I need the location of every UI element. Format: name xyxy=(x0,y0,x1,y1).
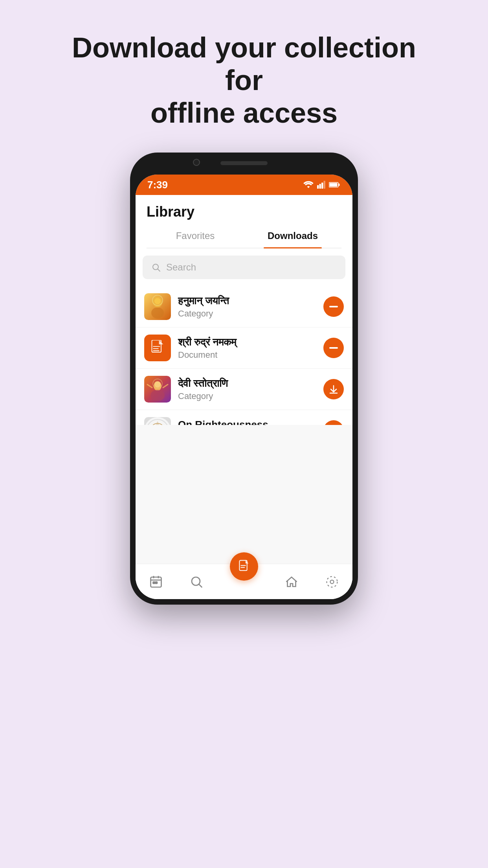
svg-rect-2 xyxy=(321,183,323,189)
search-icon xyxy=(151,263,161,272)
phone-screen: 7:39 xyxy=(136,175,352,599)
item-thumb-devi xyxy=(144,376,171,403)
search-placeholder: Search xyxy=(166,262,196,273)
svg-point-12 xyxy=(154,298,161,304)
item-subtitle-1: Category xyxy=(178,309,316,319)
list-item[interactable]: हनुमान् जयन्ति Category xyxy=(136,286,352,327)
list-item[interactable]: On Righteousness Subhashitam xyxy=(136,410,352,425)
calendar-icon xyxy=(149,575,163,589)
list-item[interactable]: देवी स्तोत्राणि Category xyxy=(136,369,352,410)
svg-line-41 xyxy=(199,585,202,587)
item-title-2: श्री रुद्रं नमकम् xyxy=(178,336,316,348)
camera-dot xyxy=(193,159,200,166)
svg-line-8 xyxy=(158,269,160,272)
tab-downloads[interactable]: Downloads xyxy=(244,224,341,248)
page-headline: Download your collection for offline acc… xyxy=(28,31,460,129)
item-info-3: देवी स्तोत्राणि Category xyxy=(178,377,316,401)
search-icon xyxy=(189,575,204,589)
item-thumb-hanuman xyxy=(144,293,171,320)
nav-calendar[interactable] xyxy=(149,575,163,589)
item-action-minus-2[interactable] xyxy=(323,338,344,358)
item-thumb-rights xyxy=(144,417,171,425)
nav-settings[interactable] xyxy=(325,575,339,589)
item-action-download-4[interactable] xyxy=(323,420,344,425)
search-bar[interactable]: Search xyxy=(143,256,345,279)
item-action-download-3[interactable] xyxy=(323,379,344,399)
nav-home[interactable] xyxy=(284,575,299,589)
svg-point-23 xyxy=(150,390,165,401)
svg-rect-3 xyxy=(324,181,325,189)
item-info-4: On Righteousness Subhashitam xyxy=(178,419,316,425)
status-time: 7:39 xyxy=(147,179,168,191)
svg-rect-6 xyxy=(339,184,340,186)
list-container: हनुमान् जयन्ति Category xyxy=(136,286,352,425)
status-bar: 7:39 xyxy=(136,175,352,195)
settings-icon xyxy=(325,575,339,589)
item-title-1: हनुमान् जयन्ति xyxy=(178,295,316,307)
svg-point-22 xyxy=(154,381,161,388)
svg-point-43 xyxy=(327,576,338,587)
item-info-2: श्री रुद्रं नमकम् Document xyxy=(178,336,316,360)
svg-rect-5 xyxy=(330,183,338,187)
app-header: Library Favorites Downloads xyxy=(136,195,352,248)
svg-rect-38 xyxy=(153,582,155,584)
headline-line2: offline access xyxy=(150,97,338,129)
phone-mockup: 7:39 xyxy=(130,153,358,605)
home-icon xyxy=(284,575,299,589)
item-subtitle-2: Document xyxy=(178,350,316,360)
svg-point-42 xyxy=(330,580,334,583)
signal-icon xyxy=(317,180,326,189)
phone-frame: 7:39 xyxy=(130,153,358,605)
tab-favorites[interactable]: Favorites xyxy=(147,224,244,248)
bottom-nav xyxy=(136,564,352,599)
app-content: Library Favorites Downloads xyxy=(136,195,352,599)
item-subtitle-3: Category xyxy=(178,391,316,401)
tab-favorites-label: Favorites xyxy=(176,230,215,241)
tabs-row: Favorites Downloads xyxy=(147,224,341,248)
headline-line1: Download your collection for xyxy=(72,32,416,96)
wifi-icon xyxy=(303,180,314,189)
doc-icon xyxy=(150,340,165,356)
item-thumb-doc xyxy=(144,335,171,361)
battery-icon xyxy=(329,181,341,188)
library-title: Library xyxy=(147,204,341,220)
item-title-4: On Righteousness xyxy=(178,419,316,425)
svg-rect-39 xyxy=(155,582,157,584)
tab-downloads-label: Downloads xyxy=(268,230,318,241)
svg-rect-0 xyxy=(317,185,319,189)
svg-point-11 xyxy=(151,307,164,318)
item-info-1: हनुमान् जयन्ति Category xyxy=(178,295,316,319)
nav-search[interactable] xyxy=(189,575,204,589)
item-title-3: देवी स्तोत्राणि xyxy=(178,377,316,390)
list-item[interactable]: श्री रुद्रं नमकम् Document xyxy=(136,327,352,369)
svg-rect-19 xyxy=(329,347,338,349)
status-icons xyxy=(303,180,341,189)
svg-rect-14 xyxy=(329,306,338,307)
svg-rect-1 xyxy=(319,184,321,189)
item-action-minus-1[interactable] xyxy=(323,296,344,317)
nav-fab-button[interactable] xyxy=(230,552,258,581)
document-fab-icon xyxy=(238,559,250,574)
empty-area xyxy=(136,425,352,564)
